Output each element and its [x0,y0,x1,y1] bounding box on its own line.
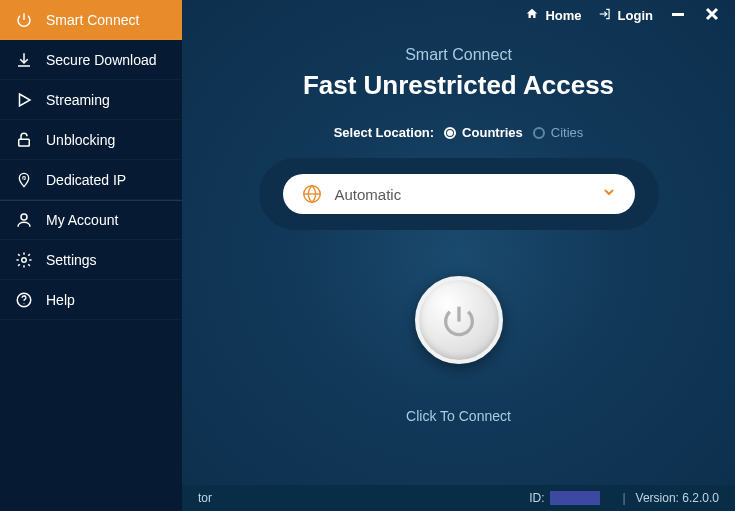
status-divider: | [622,491,625,505]
play-icon [14,90,34,110]
version-label: Version: [636,491,679,505]
radio-cities[interactable]: Cities [533,125,584,140]
app-window: Smart Connect Secure Download Streaming … [0,0,735,511]
sidebar-item-help[interactable]: Help [0,280,182,320]
id-value-redacted [550,491,600,505]
content: Smart Connect Fast Unrestricted Access S… [182,30,735,485]
radio-cities-label: Cities [551,125,584,140]
svg-point-7 [23,303,24,304]
topbar: Home Login [182,0,735,30]
dropdown-value: Automatic [335,186,601,203]
version-field: Version: 6.2.0.0 [636,491,719,505]
login-label: Login [618,8,653,23]
help-icon [14,290,34,310]
radio-countries-label: Countries [462,125,523,140]
svg-marker-0 [20,94,31,106]
svg-point-4 [21,214,27,220]
sidebar-item-label: My Account [46,212,118,228]
radio-dot-icon [533,127,545,139]
location-dropdown-container: Automatic [259,158,659,230]
location-dropdown[interactable]: Automatic [283,174,635,214]
location-selector: Select Location: Countries Cities [334,125,584,140]
connect-cta-label: Click To Connect [406,408,511,424]
download-icon [14,50,34,70]
svg-rect-1 [19,139,30,146]
sidebar: Smart Connect Secure Download Streaming … [0,0,182,511]
home-label: Home [545,8,581,23]
sidebar-item-label: Unblocking [46,132,115,148]
home-link[interactable]: Home [525,7,581,24]
connect-button[interactable] [415,276,503,364]
status-left-fragment: tor [198,491,529,505]
version-value: 6.2.0.0 [682,491,719,505]
select-location-label: Select Location: [334,125,434,140]
power-icon [14,10,34,30]
main-panel: Home Login Smart Connect Fast Unrestrict… [182,0,735,511]
sidebar-item-label: Help [46,292,75,308]
svg-point-5 [22,257,27,262]
unlock-icon [14,130,34,150]
user-icon [14,210,34,230]
id-label: ID: [529,491,544,505]
globe-icon [301,183,323,205]
radio-dot-icon [444,127,456,139]
sidebar-item-my-account[interactable]: My Account [0,200,182,240]
sidebar-item-label: Secure Download [46,52,157,68]
page-subtitle: Smart Connect [405,46,512,64]
sidebar-item-streaming[interactable]: Streaming [0,80,182,120]
sidebar-item-label: Streaming [46,92,110,108]
minimize-button[interactable] [669,5,687,26]
gear-icon [14,250,34,270]
login-icon [598,7,612,24]
login-link[interactable]: Login [598,7,653,24]
sidebar-item-label: Dedicated IP [46,172,126,188]
page-title: Fast Unrestricted Access [303,70,614,101]
home-icon [525,7,539,24]
chevron-down-icon [601,184,617,204]
sidebar-item-smart-connect[interactable]: Smart Connect [0,0,182,40]
sidebar-item-dedicated-ip[interactable]: IP Dedicated IP [0,160,182,200]
svg-rect-8 [672,13,684,16]
sidebar-item-label: Smart Connect [46,12,139,28]
sidebar-item-label: Settings [46,252,97,268]
sidebar-item-unblocking[interactable]: Unblocking [0,120,182,160]
sidebar-item-secure-download[interactable]: Secure Download [0,40,182,80]
close-button[interactable] [703,5,721,26]
sidebar-item-settings[interactable]: Settings [0,240,182,280]
status-bar: tor ID: | Version: 6.2.0.0 [182,485,735,511]
status-id: ID: [529,491,600,505]
radio-countries[interactable]: Countries [444,125,523,140]
ip-pin-icon: IP [14,170,34,190]
